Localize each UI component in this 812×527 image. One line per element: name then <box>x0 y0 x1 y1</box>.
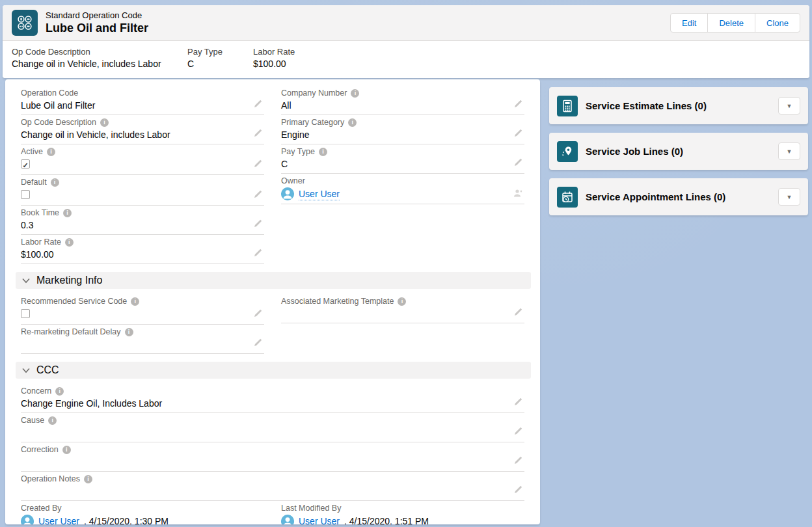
service-appointment-lines-icon <box>557 187 578 208</box>
edit-pencil-icon[interactable] <box>513 397 523 407</box>
edit-pencil-icon[interactable] <box>252 248 263 258</box>
field-concern: Concerni Change Engine Oil, Includes Lab… <box>21 384 524 413</box>
created-datetime: , 4/15/2020, 1:30 PM <box>84 515 169 524</box>
info-icon[interactable]: i <box>47 148 55 156</box>
field-label: Operation Notesi <box>21 474 524 484</box>
field-value: All <box>281 100 524 111</box>
field-label: Op Code Descriptioni <box>21 118 264 128</box>
edit-pencil-icon[interactable] <box>252 219 263 229</box>
related-lists-sidebar: Service Estimate Lines (0) ▼ Service Job… <box>549 87 808 224</box>
record-header: Standard Operation Code Lube Oil and Fil… <box>3 5 809 78</box>
highlight-op-code-description: Op Code Description Change oil in Vehicl… <box>12 46 187 70</box>
field-value: Lube Oil and Filter <box>21 100 264 111</box>
info-icon[interactable]: i <box>398 297 406 306</box>
info-icon[interactable]: i <box>63 209 72 217</box>
info-icon[interactable]: i <box>100 118 109 127</box>
field-label: Owner <box>281 176 524 186</box>
field-value: Engine <box>281 129 524 141</box>
edit-pencil-icon[interactable] <box>252 308 263 319</box>
edit-pencil-icon[interactable] <box>513 307 523 318</box>
caret-down-icon: ▼ <box>787 103 792 109</box>
edit-pencil-icon[interactable] <box>252 189 263 200</box>
owner-user-link[interactable]: User User <box>299 188 340 200</box>
entity-label: Standard Operation Code <box>46 10 148 21</box>
highlight-value: $100.00 <box>253 58 295 70</box>
edit-pencil-icon[interactable] <box>513 485 523 495</box>
section-marketing-info[interactable]: Marketing Info <box>16 272 531 289</box>
edit-pencil-icon[interactable] <box>513 157 523 168</box>
recommended-service-code-checkbox <box>21 309 30 318</box>
edit-pencil-icon[interactable] <box>513 455 523 466</box>
highlight-labor-rate: Labor Rate $100.00 <box>253 46 295 70</box>
user-avatar <box>21 515 34 524</box>
info-icon[interactable]: i <box>51 178 59 187</box>
record-header-top: Standard Operation Code Lube Oil and Fil… <box>3 5 809 41</box>
field-value: $100.00 <box>21 249 264 260</box>
field-value <box>21 485 524 497</box>
field-book-time: Book Timei 0.3 <box>21 206 264 235</box>
info-icon[interactable]: i <box>351 89 359 98</box>
created-by-user-link[interactable]: User User <box>38 515 79 525</box>
chevron-down-icon <box>22 368 30 373</box>
section-title: CCC <box>36 364 59 376</box>
section-ccc[interactable]: CCC <box>16 362 531 379</box>
field-value <box>21 456 524 468</box>
edit-pencil-icon[interactable] <box>513 426 523 437</box>
field-value: Change oil in Vehicle, includes Labor <box>21 129 264 141</box>
edit-button[interactable]: Edit <box>670 13 708 33</box>
related-list-menu-button[interactable]: ▼ <box>778 188 800 206</box>
info-icon[interactable]: i <box>65 238 74 247</box>
field-owner: Owner User User <box>281 174 524 204</box>
field-label: Primary Categoryi <box>281 118 524 128</box>
standard-operation-code-icon <box>12 10 38 36</box>
related-list-menu-button[interactable]: ▼ <box>778 142 800 160</box>
field-label: Recommended Service Codei <box>21 297 264 306</box>
delete-button[interactable]: Delete <box>707 13 755 33</box>
section-title: Marketing Info <box>36 275 102 286</box>
field-label: Operation Code <box>21 88 264 98</box>
edit-pencil-icon[interactable] <box>252 159 263 169</box>
clone-button[interactable]: Clone <box>755 13 800 33</box>
related-list-title[interactable]: Service Appointment Lines (0) <box>586 191 725 202</box>
info-icon[interactable]: i <box>84 475 92 483</box>
info-icon[interactable]: i <box>319 148 327 156</box>
active-checkbox <box>21 159 30 169</box>
info-icon[interactable]: i <box>55 387 64 396</box>
edit-pencil-icon[interactable] <box>513 99 523 109</box>
field-associated-marketing-template: Associated Marketing Templatei <box>281 294 524 323</box>
last-modified-by-user-link[interactable]: User User <box>299 515 340 525</box>
related-list-menu-button[interactable]: ▼ <box>778 97 800 115</box>
edit-pencil-icon[interactable] <box>252 338 263 348</box>
chevron-down-icon <box>22 278 30 284</box>
field-label: Causei <box>21 416 524 426</box>
edit-pencil-icon[interactable] <box>513 128 523 139</box>
related-list-service-job-lines: Service Job Lines (0) ▼ <box>549 133 808 170</box>
info-icon[interactable]: i <box>125 328 133 336</box>
record-actions: Edit Delete Clone <box>670 13 800 33</box>
field-cause: Causei <box>21 413 524 442</box>
field-label: Concerni <box>21 386 524 396</box>
info-icon[interactable]: i <box>348 118 357 127</box>
app-background: Standard Operation Code Lube Oil and Fil… <box>0 0 812 527</box>
highlight-pay-type: Pay Type C <box>187 46 253 70</box>
field-recommended-service-code: Recommended Service Codei <box>21 294 264 325</box>
related-list-title[interactable]: Service Estimate Lines (0) <box>586 100 707 111</box>
field-label: Last Modified By <box>281 504 524 513</box>
field-company-number: Company Numberi All <box>281 86 524 115</box>
field-label: Associated Marketing Templatei <box>281 297 524 306</box>
info-icon[interactable]: i <box>62 446 71 454</box>
info-icon[interactable]: i <box>131 297 139 306</box>
field-label: Pay Typei <box>281 147 524 157</box>
highlight-value: Change oil in Vehicle, includes Labor <box>12 58 187 70</box>
related-list-title[interactable]: Service Job Lines (0) <box>586 146 683 157</box>
field-active: Activei <box>21 144 264 175</box>
edit-pencil-icon[interactable] <box>252 99 263 109</box>
last-modified-datetime: , 4/15/2020, 1:51 PM <box>344 515 429 524</box>
change-owner-icon[interactable] <box>513 188 523 198</box>
page-title: Lube Oil and Filter <box>46 21 148 35</box>
field-pay-type: Pay Typei C <box>281 144 524 174</box>
field-label: Defaulti <box>21 178 264 187</box>
info-icon[interactable]: i <box>48 416 57 425</box>
service-job-lines-icon <box>557 141 578 162</box>
edit-pencil-icon[interactable] <box>252 128 263 139</box>
